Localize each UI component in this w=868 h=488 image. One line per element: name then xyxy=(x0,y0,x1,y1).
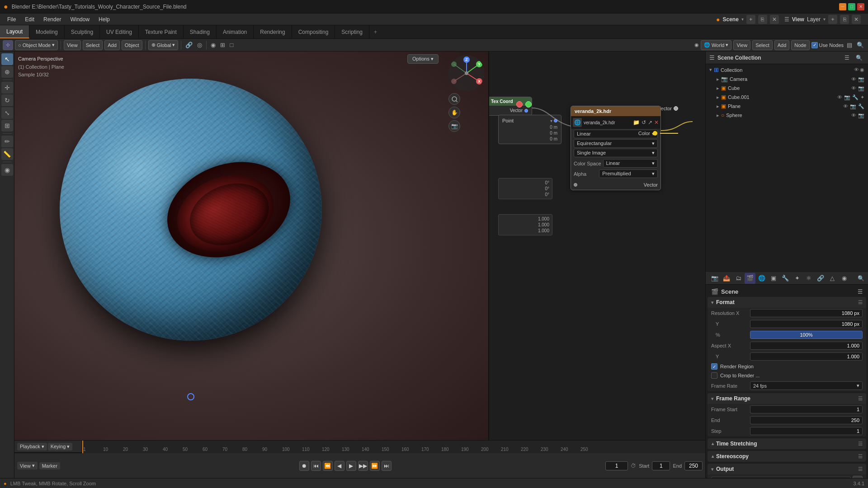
hdr-browser-icon[interactable]: 📁 xyxy=(633,119,640,126)
next-frame-button[interactable]: ▶▶ xyxy=(358,461,368,471)
aspect-y-val[interactable]: 1.000 xyxy=(750,352,863,361)
resolution-y-val[interactable]: 1080 px xyxy=(750,320,863,328)
node-select-menu[interactable]: Select xyxy=(752,40,773,50)
cube-item[interactable]: ▸ ▣ Cube 👁 📷 xyxy=(707,84,867,93)
zoom-to-fit-button[interactable] xyxy=(448,93,460,105)
prev-keyframe-button[interactable]: ⏪ xyxy=(323,461,333,471)
play-button[interactable]: ▶ xyxy=(346,461,356,471)
sphere-item[interactable]: ▸ ○ Sphere 👁 📷 xyxy=(707,111,867,120)
use-nodes-checkbox[interactable]: ✓ xyxy=(811,42,818,48)
marker-btn[interactable]: Marker xyxy=(39,462,60,469)
maximize-button[interactable]: □ xyxy=(848,3,855,10)
props-scene-icon[interactable]: 🎬 xyxy=(745,273,755,284)
outliner-filter-icon[interactable]: ☰ xyxy=(843,54,851,62)
collection-sel-icon[interactable]: ◉ xyxy=(860,67,864,73)
proportional-icon[interactable]: ◎ xyxy=(196,41,203,49)
move-view-button[interactable]: ✋ xyxy=(448,107,460,118)
cube001-modifier-icon[interactable]: 🔧 xyxy=(852,94,859,100)
tab-layout[interactable]: Layout xyxy=(0,25,29,38)
tab-texture-paint[interactable]: Texture Paint xyxy=(139,25,184,38)
view-menu[interactable]: View xyxy=(64,40,81,50)
view-layer-copy-button[interactable]: ⎘ xyxy=(840,15,849,24)
cube001-item[interactable]: ▸ ▣ Cube.001 👁 📷 🔧 ✦ xyxy=(707,93,867,102)
minimize-button[interactable]: ─ xyxy=(839,3,846,10)
hdr-close-icon[interactable]: ✕ xyxy=(654,119,659,126)
transform-tool-button[interactable]: ⊞ xyxy=(1,120,13,131)
props-viewlayer-icon[interactable]: 🗂 xyxy=(733,273,744,284)
editor-type-dropdown[interactable]: ⊹ xyxy=(3,40,13,50)
alpha-dropdown[interactable]: Premultiplied ▾ xyxy=(599,169,658,178)
node-panel-icon[interactable]: ▤ xyxy=(845,41,854,49)
menu-file[interactable]: File xyxy=(4,15,19,23)
node-canvas[interactable]: Tex Coord Vector xyxy=(489,52,705,440)
time-stretch-header[interactable]: ▸ Time Stretching ☰ xyxy=(708,438,866,449)
start-frame-input[interactable] xyxy=(652,461,670,470)
xray-icon[interactable]: □ xyxy=(228,41,235,49)
tab-rendering[interactable]: Rendering xyxy=(254,25,292,38)
scene-delete-button[interactable]: ✕ xyxy=(770,15,779,24)
plane-render-icon[interactable]: 📷 xyxy=(850,103,856,109)
cursor-tool-button[interactable]: ⊕ xyxy=(1,66,13,78)
resolution-x-val[interactable]: 1080 px xyxy=(750,309,863,317)
view-layer-new-button[interactable]: + xyxy=(828,15,837,24)
vector-socket[interactable] xyxy=(674,106,678,111)
keying-dropdown[interactable]: Keying ▾ xyxy=(48,443,73,450)
menu-edit[interactable]: Edit xyxy=(21,15,38,23)
frame-range-header[interactable]: ▾ Frame Range ☰ xyxy=(708,393,866,404)
vector-output-socket[interactable] xyxy=(524,109,528,113)
viewport-3d[interactable]: Camera Perspective (1) Collection | Plan… xyxy=(14,52,488,440)
color-space-dropdown[interactable]: Linear ▾ xyxy=(603,159,658,168)
frame-rate-dropdown[interactable]: 24 fps ▾ xyxy=(750,381,863,390)
cube001-render-icon[interactable]: 📷 xyxy=(844,94,850,100)
sphere-render-icon[interactable]: 📷 xyxy=(858,113,864,118)
camera-render-icon[interactable]: 📷 xyxy=(858,76,864,82)
plane-modifier-icon[interactable]: 🔧 xyxy=(858,103,864,109)
plane-vis-icon[interactable]: 👁 xyxy=(843,103,848,109)
view-dropdown[interactable]: View ▾ xyxy=(17,462,38,469)
cube-vis-icon[interactable]: 👁 xyxy=(851,85,856,91)
cube-render-icon[interactable]: 📷 xyxy=(858,85,864,91)
props-render-icon[interactable]: 📷 xyxy=(709,273,720,284)
scale-tool-button[interactable]: ⤡ xyxy=(1,107,13,119)
props-filter-icon[interactable]: ☰ xyxy=(858,289,863,295)
hdr-single-image-dropdown[interactable]: Single Image ▾ xyxy=(574,149,658,157)
viewport-shading-icon[interactable]: ◉ xyxy=(209,41,217,49)
world-selector[interactable]: 🌐 World ▾ xyxy=(701,40,732,50)
red-node-socket[interactable] xyxy=(516,101,523,108)
crop-checkbox[interactable] xyxy=(711,372,717,379)
add-menu[interactable]: Add xyxy=(104,40,120,50)
frame-start-val[interactable]: 1 xyxy=(750,405,863,413)
collection-item[interactable]: ▾ ⊞ Collection 👁 ◉ xyxy=(707,65,867,75)
frame-range-options-icon[interactable]: ☰ xyxy=(858,396,863,402)
use-nodes-toggle[interactable]: ✓ Use Nodes xyxy=(811,42,844,48)
format-options-icon[interactable]: ☰ xyxy=(858,300,863,305)
tab-animation[interactable]: Animation xyxy=(217,25,254,38)
camera-vis-icon[interactable]: 👁 xyxy=(851,76,856,82)
mode-dropdown[interactable]: ○ Object Mode ▾ xyxy=(15,40,58,50)
measure-tool-button[interactable]: 📏 xyxy=(1,148,13,160)
tab-compositing[interactable]: Compositing xyxy=(292,25,335,38)
move-tool-button[interactable]: ✛ xyxy=(1,82,13,94)
end-frame-input[interactable] xyxy=(684,461,703,470)
select-menu[interactable]: Select xyxy=(83,40,103,50)
node-view-menu[interactable]: View xyxy=(733,40,750,50)
props-modifier-icon[interactable]: 🔧 xyxy=(780,273,791,284)
aspect-x-val[interactable]: 1.000 xyxy=(750,342,863,350)
plane-item[interactable]: ▸ ▣ Plane 👁 📷 🔧 xyxy=(707,102,867,111)
transform-dropdown[interactable]: ⊕ Global ▾ xyxy=(148,40,179,50)
props-particle-icon[interactable]: ✦ xyxy=(792,273,802,284)
annotate-tool-button[interactable]: ✏ xyxy=(1,136,13,147)
outliner-search-icon[interactable]: 🔍 xyxy=(854,54,864,62)
cube001-vis-icon[interactable]: 👁 xyxy=(837,94,842,100)
green-node-socket[interactable] xyxy=(525,101,532,108)
jump-end-button[interactable]: ⏭ xyxy=(382,461,392,471)
object-menu[interactable]: Object xyxy=(122,40,142,50)
color-output-socket[interactable] xyxy=(653,131,657,136)
next-keyframe-button[interactable]: ⏩ xyxy=(370,461,380,471)
sphere-vis-icon[interactable]: 👁 xyxy=(851,113,856,118)
add-object-button[interactable]: ◉ xyxy=(1,164,13,176)
time-stretch-options-icon[interactable]: ☰ xyxy=(858,441,863,447)
hdr-equirect-dropdown[interactable]: Equirectangular ▾ xyxy=(574,139,658,148)
props-data-icon[interactable]: △ xyxy=(827,273,838,284)
stereoscopy-header[interactable]: ▸ Stereoscopy ☰ xyxy=(708,451,866,462)
